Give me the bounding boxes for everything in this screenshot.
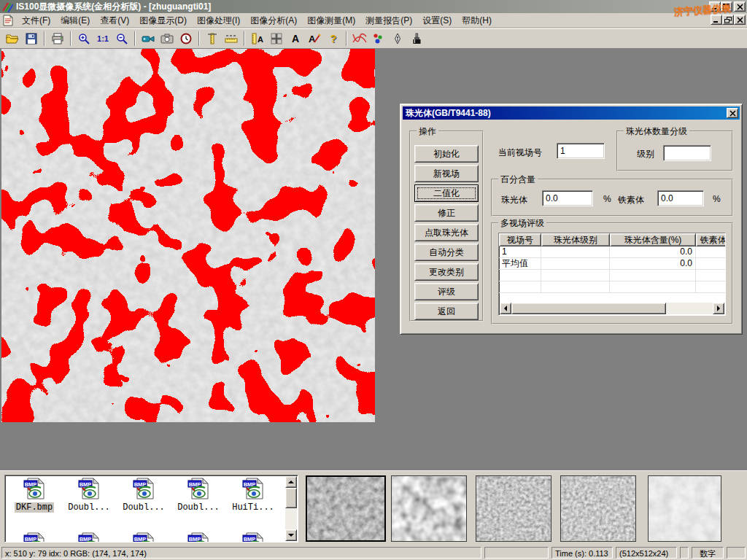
header-ferrite-pct[interactable]: 铁素体含量(%) — [696, 233, 726, 246]
menu-help[interactable]: 帮助(H) — [457, 13, 497, 28]
table-horizontal-scrollbar[interactable] — [500, 303, 724, 314]
timer-button[interactable] — [177, 30, 196, 47]
file-item[interactable]: Doubl... — [172, 478, 225, 513]
text-annotate-button[interactable]: A — [286, 30, 305, 47]
file-item[interactable] — [63, 532, 115, 542]
file-name[interactable]: DKF.bmp — [15, 502, 54, 513]
menu-image-analysis[interactable]: 图像分析(A) — [245, 13, 302, 28]
cell — [610, 281, 696, 293]
rate-button[interactable]: 评级 — [414, 283, 479, 300]
file-name[interactable]: Doubl... — [121, 502, 166, 513]
table-row[interactable]: 平均值 0.0 — [499, 258, 725, 270]
pearlite-percent-input[interactable] — [542, 190, 593, 206]
cell — [696, 270, 726, 281]
child-minimize-button[interactable] — [711, 15, 722, 25]
table-row[interactable] — [499, 270, 725, 281]
ferrite-percent-input[interactable] — [657, 190, 704, 206]
print-button[interactable] — [48, 30, 67, 47]
menu-file[interactable]: 文件(F) — [17, 13, 55, 28]
metallograph-image[interactable] — [1, 49, 375, 422]
child-restore-button[interactable] — [722, 15, 734, 25]
pick-pearlite-button[interactable]: 点取珠光体 — [414, 224, 479, 241]
menu-image-measure[interactable]: 图像测量(M) — [302, 13, 360, 28]
current-field-input[interactable] — [557, 143, 605, 159]
binarize-button[interactable]: 二值化 — [414, 184, 479, 202]
scroll-thumb[interactable] — [511, 303, 666, 314]
mdi-workspace: 珠光体(GB/T9441-88) 操作 初始化 新视场 二值化 修正 点取珠光体… — [0, 48, 747, 470]
status-time: Time (s): 0.113 — [551, 547, 613, 559]
scale-text-button[interactable]: A — [248, 30, 267, 47]
classify-tool-button[interactable] — [369, 30, 388, 47]
thumbnail-5[interactable] — [648, 475, 721, 542]
thumbnail-1[interactable] — [306, 475, 386, 542]
file-item[interactable]: HuiTi... — [227, 478, 279, 513]
file-item[interactable]: DKF.bmp — [8, 478, 61, 513]
menu-view[interactable]: 查看(V) — [95, 13, 134, 28]
actual-size-button[interactable]: 1:1 — [93, 30, 112, 47]
menu-image-process[interactable]: 图像处理(I) — [192, 13, 245, 28]
file-list[interactable]: DKF.bmp Doubl... Doubl... Doubl... HuiTi… — [4, 475, 298, 542]
dialog-title-bar[interactable]: 珠光体(GB/T9441-88) — [403, 106, 740, 120]
menu-edit[interactable]: 编辑(E) — [55, 13, 95, 28]
photo-capture-button[interactable] — [158, 30, 177, 47]
file-item[interactable] — [8, 532, 61, 542]
file-name[interactable]: Doubl... — [176, 502, 221, 513]
file-name[interactable]: HuiTi... — [231, 502, 276, 513]
close-button[interactable] — [734, 1, 746, 12]
file-item[interactable] — [117, 532, 170, 542]
menu-image-display[interactable]: 图像显示(D) — [134, 13, 192, 28]
letter-a-pencil-icon: A — [308, 33, 321, 44]
file-item[interactable]: Doubl... — [117, 478, 170, 513]
scroll-left-button[interactable] — [500, 303, 511, 314]
correct-button[interactable]: 修正 — [414, 204, 479, 222]
change-class-button[interactable]: 更改类别 — [414, 263, 479, 281]
scroll-thumb[interactable] — [285, 488, 297, 508]
dialog-title: 珠光体(GB/T9441-88) — [406, 107, 491, 120]
open-button[interactable] — [3, 30, 22, 47]
text-edit-button[interactable]: A — [305, 30, 324, 47]
auto-classify-button[interactable]: 自动分类 — [414, 244, 479, 261]
scroll-track[interactable] — [666, 303, 713, 314]
new-field-button[interactable]: 新视场 — [414, 165, 479, 182]
scroll-right-button[interactable] — [713, 303, 724, 314]
thumbnail-2[interactable] — [391, 475, 467, 542]
help-button[interactable]: ? — [324, 30, 343, 47]
cell — [696, 258, 726, 270]
menu-report[interactable]: 测量报告(P) — [360, 13, 417, 28]
scroll-up-button[interactable] — [285, 476, 297, 488]
header-pearlite-pct[interactable]: 珠光体含量(%) — [610, 233, 696, 246]
menu-settings[interactable]: 设置(S) — [417, 13, 457, 28]
clock-icon — [180, 33, 192, 44]
colored-dots-icon — [373, 33, 384, 44]
child-close-button[interactable] — [734, 15, 746, 25]
video-capture-button[interactable] — [139, 30, 158, 47]
initialize-button[interactable]: 初始化 — [414, 145, 479, 163]
header-field-no[interactable]: 视场号 — [499, 233, 541, 246]
file-item[interactable] — [227, 532, 279, 542]
scroll-down-button[interactable] — [285, 529, 297, 541]
dialog-close-button[interactable] — [727, 108, 738, 118]
caliper-measure-button[interactable] — [203, 30, 222, 47]
zoom-in-button[interactable] — [74, 30, 93, 47]
thumbnail-4[interactable] — [560, 475, 636, 542]
grid-button[interactable] — [267, 30, 286, 47]
header-grade[interactable]: 珠光体级别 — [541, 233, 610, 246]
file-item[interactable]: Doubl... — [63, 478, 115, 513]
curve-tool-button[interactable] — [350, 30, 369, 47]
table-row[interactable]: 1 0.0 — [499, 246, 725, 258]
save-button[interactable] — [22, 30, 41, 47]
ruler-measure-button[interactable] — [222, 30, 241, 47]
file-name[interactable]: Doubl... — [66, 502, 112, 513]
status-spare-3 — [727, 547, 746, 559]
table-row[interactable] — [499, 281, 725, 293]
zoom-out-button[interactable] — [112, 30, 131, 47]
file-item[interactable] — [172, 532, 225, 542]
arrow-up-icon — [288, 481, 294, 483]
pen-tool-button[interactable] — [388, 30, 407, 47]
file-list-scrollbar[interactable] — [285, 476, 297, 541]
return-button[interactable]: 返回 — [414, 303, 479, 320]
grade-input[interactable] — [663, 145, 711, 161]
brush-tool-button[interactable] — [407, 30, 426, 47]
toolbar: 1:1 — [0, 28, 747, 48]
thumbnail-3[interactable] — [476, 475, 551, 542]
